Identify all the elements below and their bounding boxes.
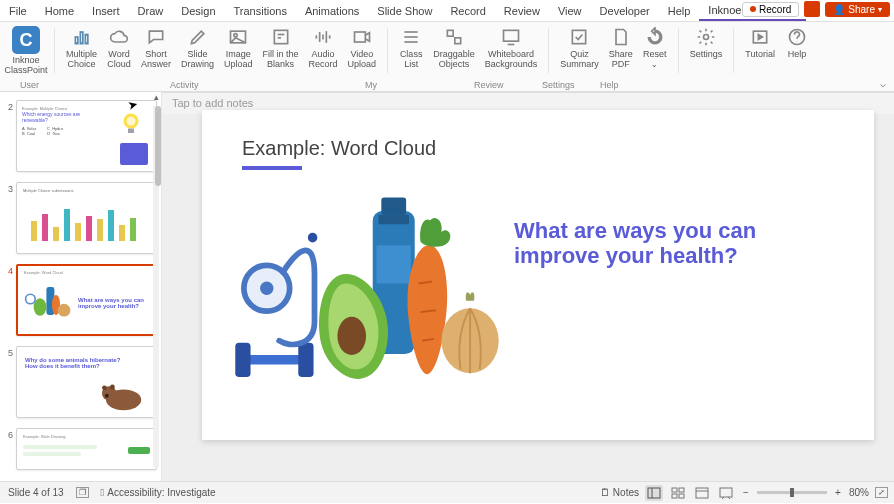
thumb-green-button-icon bbox=[128, 447, 150, 454]
view-reading-button[interactable] bbox=[693, 485, 711, 501]
play-box-icon bbox=[749, 26, 771, 48]
cmd-label: Inknoe ClassPoint bbox=[4, 55, 47, 75]
svg-rect-56 bbox=[672, 488, 677, 492]
slide-thumbnail-5[interactable]: 5 Why do some animals hibernate? How doe… bbox=[4, 346, 157, 418]
cmd-quiz-summary[interactable]: Quiz Summary bbox=[555, 24, 604, 72]
audio-wave-icon bbox=[312, 26, 334, 48]
cmd-settings[interactable]: Settings bbox=[685, 24, 728, 61]
cmd-slide-drawing[interactable]: Slide Drawing bbox=[176, 24, 219, 71]
cmd-class-list[interactable]: Class List bbox=[394, 24, 428, 71]
svg-rect-47 bbox=[381, 198, 406, 215]
share-icon: 👤 bbox=[833, 4, 845, 15]
thumb-number: 5 bbox=[4, 346, 16, 418]
tab-home[interactable]: Home bbox=[36, 0, 83, 21]
svg-point-35 bbox=[102, 385, 107, 390]
tab-help[interactable]: Help bbox=[659, 0, 700, 21]
notes-toggle[interactable]: 🗒 Notes bbox=[600, 487, 639, 498]
fit-window-button[interactable]: ⤢ bbox=[875, 487, 888, 498]
cmd-help[interactable]: Help bbox=[780, 24, 814, 61]
cmd-word-cloud[interactable]: Word Cloud bbox=[102, 24, 136, 71]
tab-draw[interactable]: Draw bbox=[129, 0, 173, 21]
svg-rect-62 bbox=[720, 488, 732, 497]
normal-view-icon bbox=[647, 487, 661, 499]
cmd-label: Slide Drawing bbox=[181, 49, 214, 69]
collapse-ribbon-button[interactable]: ⌵ bbox=[880, 78, 886, 89]
record-dot-icon bbox=[750, 6, 756, 12]
tab-developer[interactable]: Developer bbox=[591, 0, 659, 21]
thumb-number: 4 bbox=[4, 264, 16, 336]
classpoint-logo-icon: C bbox=[12, 26, 40, 54]
svg-point-27 bbox=[127, 117, 136, 126]
thumbnail-scrollbar[interactable]: ▴ bbox=[151, 92, 161, 481]
tab-review[interactable]: Review bbox=[495, 0, 549, 21]
language-icon[interactable]: ❐ bbox=[76, 487, 89, 498]
svg-rect-39 bbox=[235, 343, 250, 377]
thumb-question: What are ways you can improve your healt… bbox=[78, 297, 149, 309]
svg-rect-28 bbox=[128, 129, 134, 134]
slide-canvas[interactable]: Example: Word Cloud What are ways you ca… bbox=[202, 110, 874, 440]
slide-thumbnail-6[interactable]: 6 Example: Slide Drawing bbox=[4, 428, 157, 470]
view-slideshow-button[interactable] bbox=[717, 485, 735, 501]
cmd-whiteboard-backgrounds[interactable]: Whiteboard Backgrounds bbox=[480, 24, 543, 71]
scrollbar-handle[interactable] bbox=[155, 106, 161, 186]
cmd-inknoe-classpoint[interactable]: C Inknoe ClassPoint bbox=[0, 24, 53, 77]
cmd-video-upload[interactable]: Video Upload bbox=[343, 24, 382, 71]
svg-rect-13 bbox=[354, 32, 365, 42]
status-bar: Slide 4 of 13 ❐ 𖠋Accessibility: Investig… bbox=[0, 481, 894, 503]
tab-record[interactable]: Record bbox=[441, 0, 494, 21]
sorter-view-icon bbox=[671, 487, 685, 499]
thumb-number: 6 bbox=[4, 428, 16, 470]
zoom-in-button[interactable]: + bbox=[833, 487, 843, 498]
cmd-image-upload[interactable]: Image Upload bbox=[219, 24, 258, 71]
svg-rect-54 bbox=[648, 488, 660, 498]
share-button[interactable]: 👤Share▾ bbox=[825, 2, 890, 17]
gear-icon bbox=[695, 26, 717, 48]
tab-file[interactable]: File bbox=[0, 0, 36, 21]
titlebar-action-icon[interactable] bbox=[804, 1, 820, 17]
cmd-reset[interactable]: Reset⌄ bbox=[638, 24, 672, 72]
cmd-label: Image Upload bbox=[224, 49, 253, 69]
status-slide-indicator[interactable]: Slide 4 of 13 bbox=[8, 487, 64, 498]
slide-canvas-area: Example: Word Cloud What are ways you ca… bbox=[162, 92, 894, 481]
tab-view[interactable]: View bbox=[549, 0, 591, 21]
thumb-tag: Example: Word Cloud bbox=[18, 266, 155, 275]
record-button[interactable]: Record bbox=[742, 2, 799, 17]
zoom-out-button[interactable]: − bbox=[741, 487, 751, 498]
cmd-draggable-objects[interactable]: Draggable Objects bbox=[428, 24, 480, 71]
svg-point-43 bbox=[260, 282, 273, 295]
svg-point-31 bbox=[58, 304, 71, 317]
tab-insert[interactable]: Insert bbox=[83, 0, 129, 21]
cmd-label: Class List bbox=[400, 49, 423, 69]
svg-point-37 bbox=[105, 394, 109, 398]
status-accessibility[interactable]: 𖠋Accessibility: Investigate bbox=[101, 487, 216, 498]
tab-transitions[interactable]: Transitions bbox=[225, 0, 296, 21]
tab-animations[interactable]: Animations bbox=[296, 0, 368, 21]
cmd-multiple-choice[interactable]: Multiple Choice bbox=[61, 24, 102, 71]
health-illustration bbox=[222, 188, 512, 398]
cmd-label: Draggable Objects bbox=[433, 49, 475, 69]
svg-rect-1 bbox=[80, 32, 83, 44]
slide-thumbnail-4[interactable]: 4 Example: Word Cloud What are ways you … bbox=[4, 264, 157, 336]
group-label-review: Review bbox=[474, 80, 504, 90]
zoom-slider-handle[interactable] bbox=[790, 488, 794, 497]
cmd-label: Settings bbox=[690, 49, 723, 59]
scroll-up-icon[interactable]: ▴ bbox=[151, 92, 161, 102]
cmd-tutorial[interactable]: Tutorial bbox=[740, 24, 780, 61]
view-sorter-button[interactable] bbox=[669, 485, 687, 501]
slide-thumbnail-3[interactable]: 3 Multiple Choice submissions bbox=[4, 182, 157, 254]
cmd-short-answer[interactable]: Short Answer bbox=[136, 24, 176, 71]
zoom-slider[interactable] bbox=[757, 491, 827, 494]
tab-design[interactable]: Design bbox=[172, 0, 224, 21]
thumb-question: Why do some animals hibernate? How does … bbox=[17, 347, 156, 369]
cmd-audio-record[interactable]: Audio Record bbox=[304, 24, 343, 71]
slideshow-view-icon bbox=[719, 487, 733, 499]
cmd-share-pdf[interactable]: Share PDF bbox=[604, 24, 638, 72]
svg-rect-40 bbox=[298, 343, 313, 377]
svg-rect-2 bbox=[85, 35, 88, 44]
tab-slideshow[interactable]: Slide Show bbox=[368, 0, 441, 21]
view-normal-button[interactable] bbox=[645, 485, 663, 501]
zoom-percent[interactable]: 80% bbox=[849, 487, 869, 498]
slide-thumbnails-panel: 2 Example: Multiple Choice Which energy … bbox=[0, 92, 162, 481]
record-label: Record bbox=[759, 4, 791, 15]
cmd-fill-blanks[interactable]: Fill in the Blanks bbox=[258, 24, 304, 71]
